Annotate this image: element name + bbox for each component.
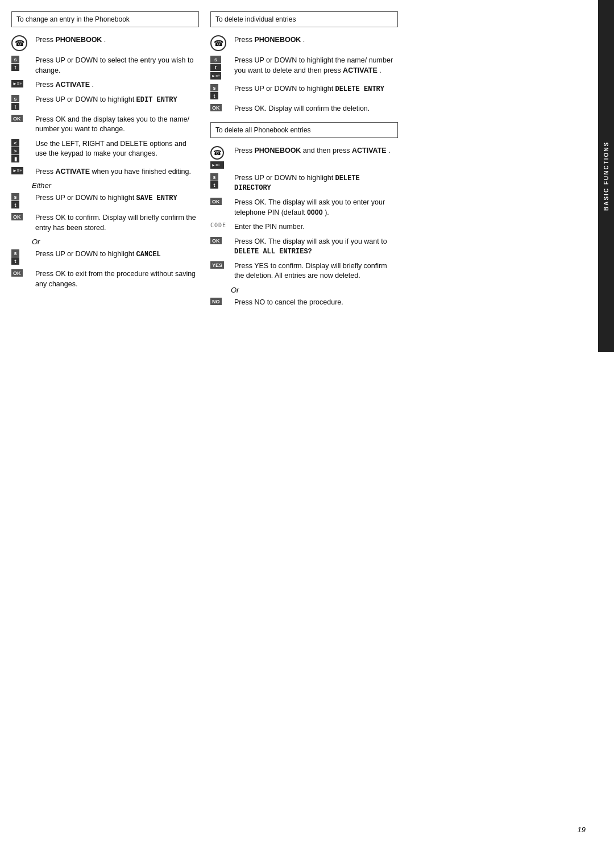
- step-8-text: Press UP or DOWN to highlight SAVE ENTRY: [35, 193, 199, 203]
- r-step-3-text: Press UP or DOWN to highlight DELETE ENT…: [234, 84, 398, 94]
- step-8: s t Press UP or DOWN to highlight SAVE E…: [11, 193, 199, 208]
- step-6-icon: < > ▮: [11, 139, 32, 162]
- r2-step-5-icon: OK: [210, 237, 231, 244]
- badge-s4: s: [11, 249, 19, 257]
- r-step-1: ☎ Press PHONEBOOK .: [210, 35, 398, 51]
- step-1: ☎ Press PHONEBOOK .: [11, 35, 199, 51]
- r2-step-2-icon: s t: [210, 173, 231, 189]
- step-4-icon: s t: [11, 95, 32, 110]
- r-step-1-text: Press PHONEBOOK .: [234, 35, 398, 45]
- step-11-icon: OK: [11, 269, 32, 277]
- no-badge: NO: [210, 298, 222, 305]
- page-number: 19: [578, 825, 586, 834]
- step-10: s t Press UP or DOWN to highlight CANCEL: [11, 249, 199, 265]
- r2-phonebook-icon: ☎: [210, 146, 224, 160]
- r-step-2-text: Press UP or DOWN to highlight the name/ …: [234, 56, 398, 76]
- r2-step-5-text: Press OK. The display will ask you if yo…: [234, 237, 398, 257]
- step-2: s t Press UP or DOWN to select the entry…: [11, 56, 199, 76]
- r2-step-3-text: Press OK. The display will ask you to en…: [234, 198, 398, 218]
- step-4: s t Press UP or DOWN to highlight EDIT E…: [11, 95, 199, 110]
- r-phonebook-icon: ☎: [210, 35, 226, 51]
- either-label: Either: [32, 181, 199, 190]
- badge-s2: s: [11, 95, 19, 102]
- r-badge-s2: s: [210, 84, 218, 91]
- step-6: < > ▮ Use the LEFT, RIGHT and DELETE opt…: [11, 139, 199, 162]
- right-section1-box: To delete individual entries: [210, 11, 398, 27]
- r2-step-2-text: Press UP or DOWN to highlight DELETE DIR…: [234, 173, 398, 194]
- r2-step-1-text: Press PHONEBOOK and then press ACTIVATE …: [234, 146, 398, 156]
- r2-ok-badge2: OK: [210, 237, 222, 244]
- badge-t3: t: [11, 201, 19, 208]
- r-ok-badge: OK: [210, 104, 222, 111]
- step-3-text: Press ACTIVATE .: [35, 80, 199, 90]
- step-5-text: Press OK and the display takes you to th…: [35, 115, 199, 135]
- side-tab: BASIC FUNCTIONS: [598, 0, 614, 352]
- step-11: OK Press OK to exit from the procedure w…: [11, 269, 199, 289]
- r-step-2: s t ►≡+ Press UP or DOWN to highlight th…: [210, 56, 398, 80]
- step-7-text: Press ACTIVATE when you have finished ed…: [35, 167, 199, 177]
- r-badge-t: t: [210, 64, 221, 71]
- left-section-title: To change an entry in the Phonebook: [16, 15, 130, 23]
- badge-s: s: [11, 56, 19, 63]
- side-tab-label: BASIC FUNCTIONS: [603, 141, 609, 211]
- r-step-1-icon: ☎: [210, 35, 231, 51]
- step-3: ►≡+ Press ACTIVATE .: [11, 80, 199, 90]
- step-10-icon: s t: [11, 249, 32, 265]
- right-column: To delete individual entries ☎ Press PHO…: [205, 11, 398, 857]
- step-5-icon: OK: [11, 115, 32, 122]
- step-2-text: Press UP or DOWN to select the entry you…: [35, 56, 199, 76]
- r2-step-3: OK Press OK. The display will ask you to…: [210, 198, 398, 218]
- r2-badge-s: s: [210, 173, 218, 181]
- r2-activate-icon: ►≡+: [210, 161, 224, 169]
- step-3-icon: ►≡+: [11, 80, 32, 87]
- badge-t2: t: [11, 103, 19, 110]
- phonebook-icon: ☎: [11, 35, 27, 51]
- yes-badge: YES: [210, 261, 224, 269]
- r2-step-4-text: Enter the PIN number.: [234, 222, 398, 232]
- r2-step-1-icon: ☎ ►≡+: [210, 146, 231, 169]
- r2-step-7-icon: NO: [210, 298, 231, 305]
- r-step-4-text: Press OK. Display will confirm the delet…: [234, 104, 398, 114]
- right-section1-title: To delete individual entries: [215, 15, 296, 23]
- r-step-4-icon: OK: [210, 104, 231, 111]
- r2-step-7: NO Press NO to cancel the procedure.: [210, 298, 398, 308]
- step-4-text: Press UP or DOWN to highlight EDIT ENTRY: [35, 95, 199, 105]
- r2-ok-badge: OK: [210, 198, 222, 205]
- r2-step-4: CODE Enter the PIN number.: [210, 222, 398, 232]
- step-9-icon: OK: [11, 213, 32, 220]
- step-7: ►≡+ Press ACTIVATE when you have finishe…: [11, 167, 199, 177]
- r-step-3: s t Press UP or DOWN to highlight DELETE…: [210, 84, 398, 99]
- step-11-text: Press OK to exit from the procedure with…: [35, 269, 199, 289]
- r-step-3-icon: s t: [210, 84, 231, 99]
- r-badge-s: s: [210, 56, 221, 63]
- left-column: To change an entry in the Phonebook ☎ Pr…: [11, 11, 205, 857]
- badge-right: >: [11, 147, 19, 155]
- badge-bar: ▮: [11, 155, 19, 162]
- step-10-text: Press UP or DOWN to highlight CANCEL: [35, 249, 199, 260]
- r2-step-4-icon: CODE: [210, 222, 231, 228]
- right-section2-title: To delete all Phonebook entries: [215, 126, 310, 134]
- or-label2: Or: [231, 286, 398, 294]
- code-icon: CODE: [210, 222, 226, 228]
- badge-t4: t: [11, 257, 19, 265]
- step-7-icon: ►≡+: [11, 167, 32, 174]
- left-section-box: To change an entry in the Phonebook: [11, 11, 199, 27]
- r2-step-6-icon: YES: [210, 261, 231, 269]
- step-2-icon: s t: [11, 56, 32, 71]
- r-badge-t2: t: [210, 92, 218, 99]
- badge-t: t: [11, 64, 19, 71]
- right-section2-box: To delete all Phonebook entries: [210, 122, 398, 138]
- badge-s3: s: [11, 193, 19, 201]
- step-6-text: Use the LEFT, RIGHT and DELETE options a…: [35, 139, 199, 159]
- r2-step-5: OK Press OK. The display will ask you if…: [210, 237, 398, 257]
- ok-badge3: OK: [11, 269, 23, 277]
- r2-badge-t: t: [210, 181, 218, 189]
- r2-step-7-text: Press NO to cancel the procedure.: [234, 298, 398, 308]
- r2-step-1: ☎ ►≡+ Press PHONEBOOK and then press ACT…: [210, 146, 398, 169]
- activate-icon2: ►≡+: [11, 167, 23, 174]
- step-9: OK Press OK to confirm. Display will bri…: [11, 213, 199, 233]
- activate-icon: ►≡+: [11, 80, 23, 87]
- or-label: Or: [32, 237, 199, 246]
- step-9-text: Press OK to confirm. Display will briefl…: [35, 213, 199, 233]
- r2-step-3-icon: OK: [210, 198, 231, 205]
